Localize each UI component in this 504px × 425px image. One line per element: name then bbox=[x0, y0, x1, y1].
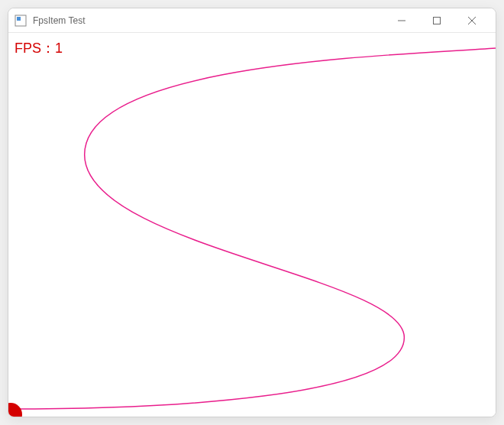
close-button[interactable] bbox=[454, 8, 489, 33]
fps-separator: ： bbox=[41, 41, 55, 56]
titlebar[interactable]: FpsItem Test bbox=[8, 8, 496, 33]
fps-readout: FPS：1 bbox=[15, 39, 63, 57]
svg-rect-3 bbox=[434, 17, 441, 24]
minimize-button[interactable] bbox=[384, 8, 419, 33]
fps-value: 1 bbox=[55, 41, 63, 56]
animation-curve bbox=[8, 33, 496, 417]
app-window: FpsItem Test FPS：1 bbox=[8, 8, 496, 417]
window-controls bbox=[384, 8, 489, 33]
window-title: FpsItem Test bbox=[33, 15, 384, 26]
app-icon bbox=[15, 15, 27, 27]
fps-label-text: FPS bbox=[15, 41, 41, 56]
maximize-button[interactable] bbox=[419, 8, 454, 33]
client-area: FPS：1 bbox=[8, 33, 496, 417]
svg-rect-1 bbox=[17, 17, 21, 21]
